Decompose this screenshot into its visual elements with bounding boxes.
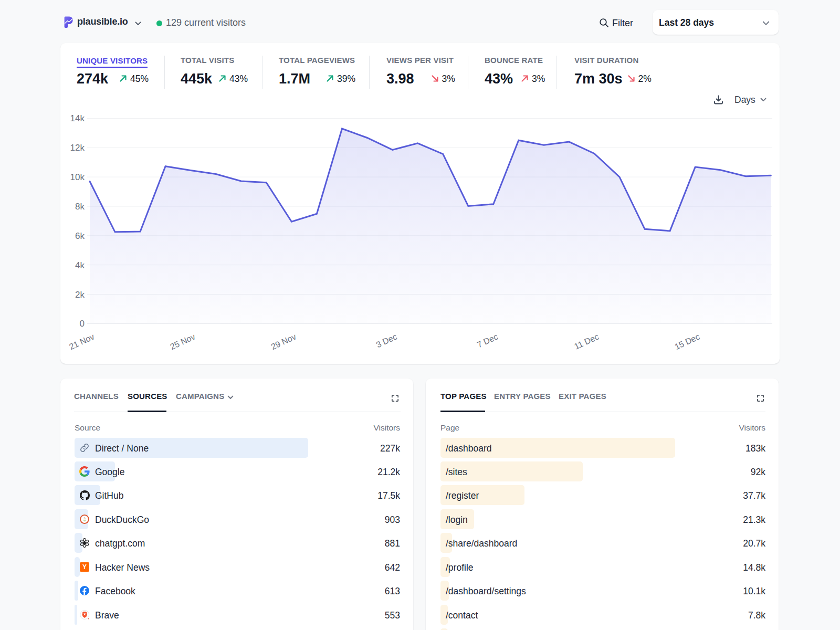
- svg-text:10k: 10k: [70, 172, 85, 182]
- svg-text:29 Nov: 29 Nov: [270, 332, 298, 351]
- svg-text:14k: 14k: [70, 113, 85, 123]
- svg-text:4k: 4k: [75, 260, 85, 270]
- svg-text:12k: 12k: [70, 143, 85, 153]
- svg-text:11 Dec: 11 Dec: [573, 332, 600, 351]
- svg-text:8k: 8k: [75, 202, 85, 212]
- svg-text:Y: Y: [82, 563, 87, 571]
- svg-text:3 Dec: 3 Dec: [375, 332, 398, 349]
- svg-text:21 Nov: 21 Nov: [68, 332, 96, 351]
- svg-text:25 Nov: 25 Nov: [169, 332, 196, 351]
- svg-text:6k: 6k: [75, 231, 85, 241]
- svg-text:15 Dec: 15 Dec: [673, 332, 701, 351]
- svg-text:0: 0: [80, 319, 85, 329]
- svg-text:2k: 2k: [75, 290, 85, 300]
- svg-text:7 Dec: 7 Dec: [476, 332, 499, 349]
